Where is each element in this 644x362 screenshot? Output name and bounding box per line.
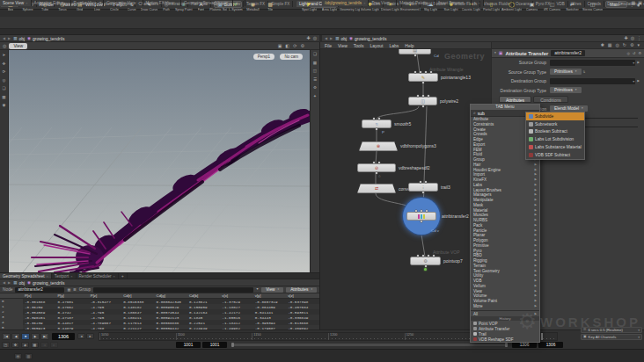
pane-tab[interactable]: Tree View × xyxy=(369,0,397,6)
spreadsheet-node-field[interactable]: attribtransfer2 xyxy=(15,287,64,293)
star-icon[interactable]: ✦ xyxy=(313,95,317,99)
source-group-type-dropdown[interactable]: Primitives▾ xyxy=(550,69,582,75)
prev-key-button[interactable]: ◃ xyxy=(40,342,48,348)
frame-decrement-button[interactable]: ◂ xyxy=(77,333,85,339)
column-header[interactable]: Cd[b] xyxy=(187,293,220,298)
maximize-icon[interactable]: ▣ xyxy=(638,1,642,5)
column-header[interactable]: Cd[r] xyxy=(121,293,154,298)
magnet-icon[interactable]: ◎ xyxy=(3,44,6,48)
history-item[interactable]: VDB Reshape SDF xyxy=(471,337,539,342)
step-back-button[interactable]: ◀ xyxy=(11,333,20,340)
node-label[interactable]: pointvop7 xyxy=(443,258,463,264)
table-row[interactable]: 2 -0.3545890.4742-4.7950.1868470.0057454… xyxy=(0,309,319,315)
node-smooth5[interactable]: ≈ xyxy=(362,119,392,128)
snapshot-icon[interactable]: ◉ xyxy=(3,104,6,108)
node-label[interactable]: smooth5 xyxy=(394,121,411,127)
kebab-icon[interactable]: ⋮ xyxy=(637,36,641,40)
node-pointvop7[interactable]: ⚙ xyxy=(410,257,441,265)
grid-icon[interactable]: ▦ xyxy=(67,288,70,292)
spreadsheet-group-field[interactable] xyxy=(93,287,252,293)
close-icon[interactable]: × xyxy=(363,1,365,5)
breadcrumb-root[interactable]: ▦obj xyxy=(335,36,347,41)
close-icon[interactable]: × xyxy=(429,1,431,5)
frame-increment-button[interactable]: ▸ xyxy=(86,333,94,339)
node-label[interactable]: polywire2 xyxy=(440,98,458,104)
radial-menu-icon[interactable]: ◎ xyxy=(631,36,634,40)
breadcrumb-node[interactable]: ◉growing_tendrils xyxy=(349,36,386,41)
pane-tab[interactable]: + × xyxy=(233,0,245,6)
group-select-arrow-icon[interactable]: ▶ xyxy=(637,61,640,64)
playback-range-slider[interactable] xyxy=(231,344,508,346)
node-attribtransfer2[interactable] xyxy=(406,212,436,221)
submenu-item[interactable]: Subnetwork xyxy=(526,120,584,128)
node-vdbreshapesdf2[interactable]: ⊘ xyxy=(357,163,396,172)
close-icon[interactable]: × xyxy=(26,1,27,5)
gear-icon[interactable]: ⚙ xyxy=(313,86,317,90)
forward-icon[interactable]: ▶ xyxy=(8,280,11,285)
submenu-item[interactable]: Labs Lot Subdivision xyxy=(526,135,584,143)
search-input-value[interactable]: sub xyxy=(478,111,485,116)
close-icon[interactable]: × xyxy=(113,274,115,279)
column-header[interactable]: v[z] xyxy=(286,293,318,298)
pane-tab[interactable]: Geometry Spreadsheet × xyxy=(181,0,233,6)
submenu-item[interactable]: Labs Substance Material xyxy=(526,143,584,151)
key-mode-dropdown[interactable]: ▣ Key All Channels ▾ xyxy=(581,334,642,340)
destination-group-type-dropdown[interactable]: Primitives▾ xyxy=(550,87,582,93)
status-chip-icon[interactable]: ▤ xyxy=(14,353,22,359)
pane-tab[interactable]: /obj/growing_tendrils × xyxy=(322,0,369,6)
column-header[interactable]: v[y] xyxy=(253,293,286,298)
column-header[interactable]: P[x] xyxy=(23,293,55,298)
global-range-start-field[interactable]: 1001 xyxy=(176,342,201,348)
pane-tab[interactable]: Textport × xyxy=(52,273,77,279)
source-group-input[interactable]: ▾ xyxy=(550,60,635,66)
chevron-down-icon[interactable]: ▾ xyxy=(633,61,634,65)
undo-icon[interactable]: ↺ xyxy=(633,52,635,55)
grid-icon[interactable]: ▦ xyxy=(608,43,612,47)
camera-icon[interactable]: ▣ xyxy=(278,44,282,48)
network-menu-item[interactable]: View xyxy=(338,43,348,48)
gear-icon[interactable]: ⚙ xyxy=(638,52,641,55)
network-menu-item[interactable]: File xyxy=(325,43,332,48)
close-icon[interactable]: × xyxy=(47,274,48,279)
close-icon[interactable]: × xyxy=(465,1,467,5)
target-icon[interactable]: ◎ xyxy=(615,43,618,47)
refresh-icon[interactable]: ↻ xyxy=(623,43,626,47)
node-label[interactable]: attribtransfer2 xyxy=(442,214,469,219)
node-polywire2[interactable]: ◫ xyxy=(408,97,437,105)
breadcrumb-node[interactable]: ◉growing_tendrils xyxy=(27,280,64,286)
gear-icon[interactable]: ⚙ xyxy=(301,44,304,48)
grid-icon[interactable]: ▦ xyxy=(2,96,5,100)
grid-icon[interactable]: ▦ xyxy=(313,62,317,66)
add-icon[interactable]: ✚ xyxy=(306,36,310,40)
param-folder-tab[interactable]: Conditions xyxy=(533,96,568,103)
network-menu-item[interactable]: Help xyxy=(405,43,413,48)
playhead[interactable] xyxy=(541,333,543,340)
filter-icon[interactable]: ▼ xyxy=(256,288,260,292)
add-icon[interactable]: ✚ xyxy=(624,36,627,40)
back-icon[interactable]: ◀ xyxy=(3,280,5,285)
chevron-down-icon[interactable]: ▾ xyxy=(633,79,634,83)
playback-info-dropdown[interactable]: ☰ 6 secs 0.5 (Realtime) ▾ xyxy=(581,327,642,333)
column-header[interactable]: P[y] xyxy=(55,293,88,298)
view-tool-button[interactable]: View xyxy=(9,43,27,49)
close-icon[interactable]: × xyxy=(65,1,67,5)
viewport-canvas[interactable]: Persp1 No cam xyxy=(9,50,310,272)
expand-icon[interactable]: ❏ xyxy=(2,87,5,91)
diamond-icon[interactable]: ◈ xyxy=(21,342,29,348)
dropdown-icon[interactable]: ▾ xyxy=(637,43,640,47)
node-pointwrangle13[interactable]: ✎ xyxy=(408,73,438,82)
gear-icon[interactable]: ⚙ xyxy=(630,43,633,47)
close-icon[interactable]: × xyxy=(176,1,178,5)
submenu-item[interactable]: Subdivide xyxy=(526,112,584,120)
column-header[interactable]: Cd[g] xyxy=(155,293,187,298)
breadcrumb-node[interactable]: ◉growing_tendrils xyxy=(27,36,64,41)
forward-icon[interactable]: ▶ xyxy=(330,36,333,40)
node-label[interactable]: pointwrangle13 xyxy=(441,75,471,80)
next-key-button[interactable]: ▹ xyxy=(50,342,58,348)
grid-icon[interactable]: ▦ xyxy=(31,342,39,348)
submenu-item[interactable]: Boolean Subtract xyxy=(526,128,584,136)
move-icon[interactable]: ✥ xyxy=(11,342,19,348)
pane-tab[interactable]: Composite View × xyxy=(104,0,143,6)
pane-tab[interactable]: + × xyxy=(472,0,484,6)
node-trail3[interactable]: ⁝ xyxy=(408,183,438,192)
